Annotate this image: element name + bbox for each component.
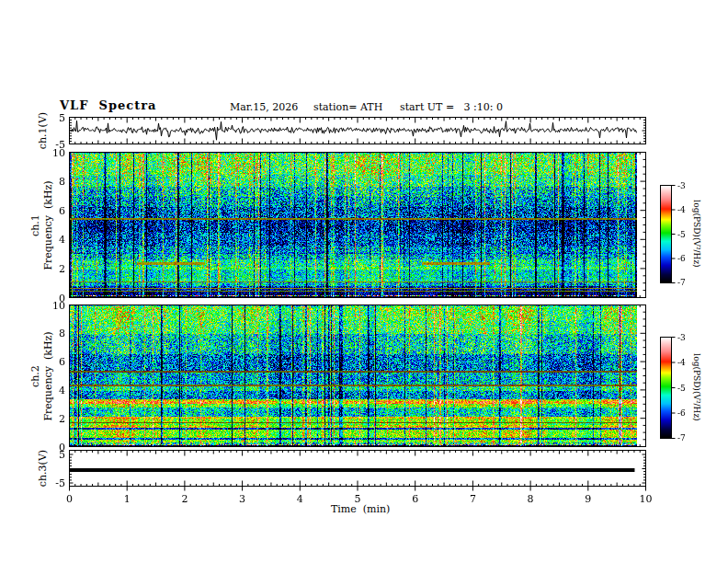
time-tick-label: 6 (412, 494, 418, 504)
freq-tick-label-spec1: 6 (41, 205, 65, 215)
colorbar1-tick-label: -7 (677, 279, 686, 287)
time-tick-label: 3 (239, 494, 245, 504)
colorbar1-tick-label: -5 (677, 230, 686, 238)
time-tick-label: 2 (181, 494, 188, 504)
time-tick-label: 4 (297, 494, 303, 504)
colorbar2-tick-label: -6 (677, 408, 686, 417)
colorbar1-tick-label: -3 (677, 182, 686, 190)
ch3-volt-tick-label: 5 (41, 450, 65, 460)
colorbar2-canvas (661, 338, 671, 438)
colorbar2-tick-label: -7 (677, 434, 686, 442)
freq-tick-label-spec1: 8 (41, 177, 65, 187)
ch2-spectrogram-canvas (70, 305, 637, 446)
freq-tick-label-spec1: 4 (41, 235, 65, 245)
time-tick-label: 8 (528, 494, 534, 504)
colorbar1-tick-label: -4 (677, 206, 686, 214)
freq-tick-label-spec2: 10 (41, 300, 65, 310)
colorbar1-canvas (661, 186, 671, 282)
time-tick-label: 7 (470, 494, 476, 504)
time-tick-label: 1 (124, 494, 131, 504)
colorbar2-tick-label: -4 (677, 359, 686, 367)
time-tick-label: 5 (355, 494, 361, 504)
colorbar2-tick-label: -3 (677, 334, 686, 342)
freq-tick-label-spec2: 4 (41, 385, 65, 395)
vlf-spectra-figure: VLF Spectra Mar.15, 2026 station= ATH st… (0, 0, 728, 563)
freq-tick-label-spec1: 2 (41, 263, 65, 273)
time-tick-label: 0 (66, 494, 73, 504)
ch1-volt-tick-label: -5 (41, 139, 65, 149)
ch3-volt-tick-label: -5 (41, 478, 65, 488)
colorbar2-tick-label: -5 (677, 384, 686, 392)
freq-tick-label-spec2: 6 (41, 357, 65, 367)
colorbar1-tick-label: -6 (677, 254, 686, 262)
freq-tick-label-spec2: 2 (41, 413, 65, 423)
ch1-spectrogram-canvas (70, 153, 637, 297)
ch1-waveform-canvas (70, 118, 637, 144)
time-tick-label: 10 (640, 494, 653, 504)
ch1-volt-tick-label: 5 (41, 112, 65, 122)
freq-tick-label-spec2: 8 (41, 328, 65, 339)
time-tick-label: 9 (585, 494, 591, 504)
